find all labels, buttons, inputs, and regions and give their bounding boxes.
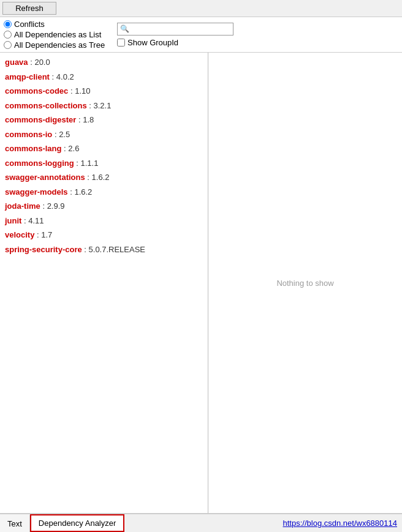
url-text: https://blog.csdn.net/wx6880114 [283,519,397,528]
all-tree-radio-label[interactable]: All Dependencies as Tree [4,40,111,50]
conflicts-label: Conflicts [14,20,45,29]
dep-version: : 1.10 [68,86,90,96]
dep-name: commons-logging [5,159,74,168]
search-icon: 🔍 [120,24,129,33]
dep-name: junit [5,216,21,225]
dep-name: commons-lang [5,144,61,153]
all-list-label: All Dependencies as List [14,30,101,39]
dep-name: velocity [5,230,34,239]
dep-version: : 2.5 [52,130,70,139]
search-box: 🔍 [117,23,233,36]
tab-text[interactable]: Text [0,514,30,532]
dep-name: commons-io [5,130,52,139]
main-content: guava : 20.0amqp-client : 4.0.2commons-c… [0,53,402,514]
dep-name: amqp-client [5,72,50,81]
dep-name: swagger-models [5,187,68,197]
dep-version: : 2.9.9 [40,201,65,211]
list-item[interactable]: swagger-models : 1.6.2 [0,185,208,200]
list-item[interactable]: commons-lang : 2.6 [0,141,208,156]
refresh-button[interactable]: Refresh [2,2,56,15]
dep-version: : 1.8 [76,115,94,124]
dep-name: guava [5,58,28,67]
toolbar: Refresh [0,0,402,17]
dep-version: : 1.6.2 [68,187,93,197]
dep-version: : 20.0 [28,58,50,67]
show-groupid-label[interactable]: Show GroupId [117,38,233,47]
list-item[interactable]: spring-security-core : 5.0.7.RELEASE [0,242,208,257]
dep-name: commons-digester [5,115,76,124]
list-item[interactable]: commons-logging : 1.1.1 [0,156,208,171]
conflicts-radio-label[interactable]: Conflicts [4,20,111,29]
dep-version: : 3.2.1 [87,101,112,110]
options-row: Conflicts All Dependencies as List All D… [0,17,402,53]
list-item[interactable]: commons-codec : 1.10 [0,84,208,99]
all-tree-radio[interactable] [4,41,12,49]
search-input[interactable] [131,24,229,34]
dep-version: : 1.6.2 [85,173,110,182]
list-item[interactable]: commons-collections : 3.2.1 [0,99,208,113]
list-item[interactable]: joda-time : 2.9.9 [0,199,208,214]
dep-name: commons-codec [5,86,68,96]
all-list-radio-label[interactable]: All Dependencies as List [4,30,111,39]
list-item[interactable]: velocity : 1.7 [0,228,208,242]
tab-bar: TextDependency Analyzer https://blog.csd… [0,514,402,532]
list-item[interactable]: guava : 20.0 [0,55,208,70]
list-item[interactable]: commons-io : 2.5 [0,127,208,142]
right-panel: Nothing to show [208,53,402,513]
dep-name: commons-collections [5,101,87,110]
dep-version: : 5.0.7.RELEASE [82,245,145,254]
dep-name: swagger-annotations [5,173,85,182]
list-item[interactable]: junit : 4.11 [0,214,208,228]
dep-version: : 1.1.1 [74,159,99,168]
show-groupid-text: Show GroupId [127,38,178,47]
search-area: 🔍 Show GroupId [117,23,233,47]
radio-group: Conflicts All Dependencies as List All D… [4,20,111,50]
all-list-radio[interactable] [4,31,12,39]
show-groupid-checkbox[interactable] [117,39,125,47]
all-tree-label: All Dependencies as Tree [14,40,105,50]
list-item[interactable]: amqp-client : 4.0.2 [0,70,208,84]
dep-version: : 4.11 [21,216,44,225]
empty-message: Nothing to show [276,279,333,288]
dep-name: joda-time [5,201,40,211]
dep-version: : 4.0.2 [50,72,74,81]
left-panel: guava : 20.0amqp-client : 4.0.2commons-c… [0,53,208,513]
dep-version: : 1.7 [34,230,52,239]
tab-dependency-analyzer[interactable]: Dependency Analyzer [30,514,124,532]
dep-version: : 2.6 [61,144,79,153]
list-item[interactable]: swagger-annotations : 1.6.2 [0,170,208,185]
tab-url[interactable]: https://blog.csdn.net/wx6880114 [124,514,402,532]
dep-name: spring-security-core [5,245,82,254]
conflicts-radio[interactable] [4,20,12,28]
list-item[interactable]: commons-digester : 1.8 [0,113,208,127]
